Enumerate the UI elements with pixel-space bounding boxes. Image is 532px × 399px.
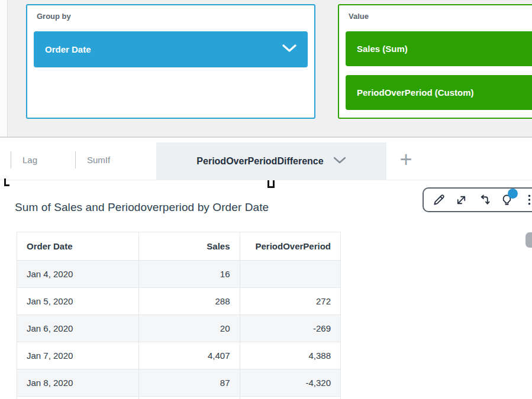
cell-sales: 4,407 (139, 342, 240, 369)
pivot-table: Order Date Sales PeriodOverPeriod Jan 4,… (17, 232, 341, 399)
edit-pencil-icon[interactable] (427, 189, 450, 211)
field-wells-panel: Group by Order Date Value Sales (Sum) Pe… (0, 0, 532, 138)
value-field-periodoverperiod[interactable]: PeriodOverPeriod (Custom) (346, 75, 532, 110)
resize-handle-corner[interactable] (4, 179, 9, 186)
value-label: Value (349, 12, 369, 21)
cell-sales: 288 (139, 288, 240, 315)
cell-pop (240, 261, 341, 288)
table-header-row: Order Date Sales PeriodOverPeriod (17, 232, 341, 261)
cell-date: Jan 5, 2020 (17, 288, 139, 315)
calculation-tab-bar: Lag SumIf PeriodOverPeriodDifference + (0, 139, 532, 180)
column-header-sales[interactable]: Sales (139, 232, 240, 261)
tab-periodoverperioddifference[interactable]: PeriodOverPeriodDifference (156, 142, 386, 180)
cell-sales: 20 (139, 315, 240, 342)
vertical-scrollbar-thumb[interactable] (525, 232, 532, 248)
add-calculation-button[interactable]: + (393, 139, 419, 180)
chevron-down-icon[interactable] (333, 156, 346, 167)
tab-divider (11, 151, 11, 168)
value-well: Value Sales (Sum) PeriodOverPeriod (Cust… (338, 4, 532, 119)
cell-sales: 87 (139, 369, 240, 397)
notification-dot (508, 189, 518, 199)
value-field-periodoverperiod-label: PeriodOverPeriod (Custom) (357, 87, 474, 98)
table-row: Jan 4, 2020 16 (17, 261, 341, 288)
cell-pop: -269 (240, 315, 341, 342)
cell-pop: 4,388 (240, 342, 341, 369)
tab-lag-label: Lag (22, 155, 37, 165)
cell-pop: 272 (240, 288, 341, 315)
cell-date: Jan 8, 2020 (17, 369, 139, 397)
value-field-sales-label: Sales (Sum) (357, 44, 408, 54)
panel-left-edge (0, 0, 8, 137)
table-row: Jan 8, 2020 87 -4,320 (17, 369, 341, 397)
table-row-partial (17, 397, 341, 399)
value-field-sales[interactable]: Sales (Sum) (346, 31, 532, 66)
resize-handle-top[interactable] (267, 180, 275, 188)
visual-title: Sum of Sales and Periodoverperiod by Ord… (15, 201, 269, 214)
chevron-down-icon (282, 44, 296, 54)
column-header-periodoverperiod[interactable]: PeriodOverPeriod (240, 232, 341, 261)
tab-periodoverperioddifference-label: PeriodOverPeriodDifference (196, 156, 323, 167)
cell-sales: 16 (139, 261, 240, 288)
group-by-well: Group by Order Date (26, 4, 315, 119)
visual-toolbar (423, 187, 532, 212)
group-by-field-dropdown[interactable]: Order Date (34, 31, 308, 67)
tab-sumif[interactable]: SumIf (87, 139, 110, 180)
cell-pop: -4,320 (240, 369, 341, 397)
group-by-field-label: Order Date (45, 44, 91, 54)
tab-divider (75, 151, 76, 168)
route-arrows-icon[interactable] (473, 189, 495, 211)
kebab-menu-icon[interactable] (518, 189, 532, 211)
tab-lag[interactable]: Lag (22, 139, 37, 180)
table-row: Jan 6, 2020 20 -269 (17, 315, 341, 342)
cell-date: Jan 7, 2020 (17, 342, 139, 369)
maximize-icon[interactable] (450, 189, 472, 211)
table-row: Jan 7, 2020 4,407 4,388 (17, 342, 341, 369)
group-by-label: Group by (37, 12, 71, 21)
table-row: Jan 5, 2020 288 272 (17, 288, 341, 315)
column-header-order-date[interactable]: Order Date (17, 232, 139, 261)
cell-date: Jan 4, 2020 (17, 261, 139, 288)
tab-sumif-label: SumIf (87, 155, 110, 165)
cell-date: Jan 6, 2020 (17, 315, 139, 342)
